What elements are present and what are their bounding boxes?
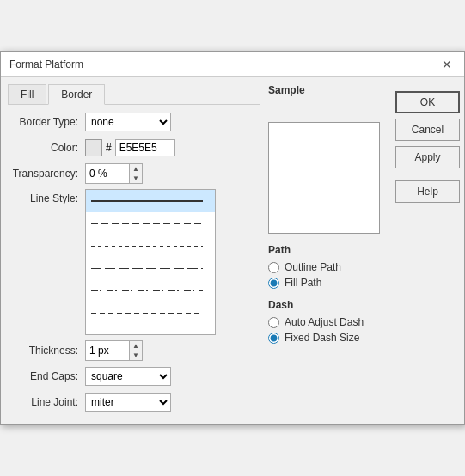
line-style-listbox[interactable] [85, 189, 216, 335]
line-joint-control: miter bevel round [85, 393, 260, 412]
line-style-control [85, 189, 260, 335]
line-style-item-dot-dash2[interactable] [86, 324, 215, 335]
tab-fill[interactable]: Fill [8, 84, 46, 105]
path-title: Path [268, 244, 380, 256]
auto-adjust-dash-label: Auto Adjust Dash [285, 316, 364, 328]
fixed-dash-size-radio[interactable] [268, 333, 279, 344]
line-style-item-dot-dash[interactable] [86, 279, 215, 302]
sample-box [268, 122, 380, 234]
border-type-select[interactable]: none solid dashed dotted [85, 113, 171, 131]
line-joint-label: Line Joint: [8, 396, 85, 408]
line-dash4-preview [91, 313, 203, 314]
help-button[interactable]: Help [395, 180, 460, 203]
title-bar: Format Platform ✕ [1, 52, 464, 77]
left-panel: Fill Border Border Type: none solid dash… [8, 84, 260, 418]
line-style-item-dash4[interactable] [86, 302, 215, 324]
ok-button[interactable]: OK [395, 91, 460, 113]
thickness-row: Thickness: ▲ ▼ [8, 340, 260, 361]
dash-title: Dash [268, 299, 380, 311]
line-dash1-preview [91, 223, 203, 224]
end-caps-label: End Caps: [8, 370, 85, 382]
fixed-dash-size-label: Fixed Dash Size [285, 332, 359, 344]
line-style-item-dash1[interactable] [86, 212, 215, 235]
end-caps-row: End Caps: square round flat [8, 366, 260, 387]
path-radio-group: Outline Path Fill Path [268, 261, 380, 289]
outline-path-row[interactable]: Outline Path [268, 261, 380, 273]
transparency-input[interactable] [86, 164, 129, 183]
color-label: Color: [8, 142, 85, 154]
line-style-item-dash2[interactable] [86, 235, 215, 257]
line-dash2-preview [91, 246, 203, 247]
outline-path-radio[interactable] [268, 262, 279, 273]
line-solid-preview [91, 200, 203, 202]
fixed-dash-size-row[interactable]: Fixed Dash Size [268, 332, 380, 344]
transparency-spinner: ▲ ▼ [85, 163, 143, 184]
color-hash: # [106, 142, 112, 154]
thickness-down-button[interactable]: ▼ [130, 351, 142, 360]
transparency-spinner-buttons: ▲ ▼ [129, 164, 142, 183]
tabs: Fill Border [8, 84, 260, 105]
transparency-label: Transparency: [8, 168, 85, 180]
line-joint-select[interactable]: miter bevel round [85, 393, 171, 412]
border-type-row: Border Type: none solid dashed dotted [8, 112, 260, 132]
line-style-row: Line Style: [8, 189, 260, 335]
right-panel: OK Cancel Apply Help [389, 84, 457, 418]
line-style-label: Line Style: [8, 189, 85, 204]
fill-path-row[interactable]: Fill Path [268, 277, 380, 289]
fill-path-label: Fill Path [285, 277, 321, 289]
line-style-item-dash3[interactable] [86, 257, 215, 279]
color-hex-input[interactable] [115, 139, 175, 156]
close-button[interactable]: ✕ [438, 56, 456, 73]
thickness-spinner: ▲ ▼ [85, 340, 143, 361]
sample-title: Sample [268, 84, 380, 96]
outline-path-label: Outline Path [285, 261, 341, 273]
cancel-button[interactable]: Cancel [395, 119, 460, 141]
auto-adjust-dash-radio[interactable] [268, 317, 279, 328]
format-platform-dialog: Format Platform ✕ Fill Border Border Typ… [0, 51, 465, 425]
line-dot-dash-preview [91, 290, 203, 291]
end-caps-control: square round flat [85, 367, 260, 386]
auto-adjust-dash-row[interactable]: Auto Adjust Dash [268, 316, 380, 328]
border-type-control: none solid dashed dotted [85, 113, 260, 131]
line-style-item-solid[interactable] [86, 190, 215, 212]
line-joint-row: Line Joint: miter bevel round [8, 392, 260, 412]
transparency-control: ▲ ▼ [85, 163, 260, 184]
thickness-up-button[interactable]: ▲ [130, 341, 142, 351]
thickness-input[interactable] [86, 341, 129, 360]
dash-radio-group: Auto Adjust Dash Fixed Dash Size [268, 316, 380, 344]
transparency-up-button[interactable]: ▲ [130, 164, 142, 174]
color-control: # [85, 139, 260, 156]
dialog-title: Format Platform [9, 58, 83, 70]
line-dot-dash2-preview [91, 335, 203, 336]
color-swatch[interactable] [85, 139, 102, 156]
transparency-row: Transparency: ▲ ▼ [8, 163, 260, 184]
border-type-label: Border Type: [8, 116, 85, 128]
fill-path-radio[interactable] [268, 278, 279, 289]
apply-button[interactable]: Apply [395, 146, 460, 168]
middle-panel: Sample Path Outline Path Fill Path Dash … [260, 84, 389, 418]
line-dash3-preview [91, 268, 203, 269]
transparency-down-button[interactable]: ▼ [130, 174, 142, 183]
tab-border[interactable]: Border [48, 84, 105, 105]
color-row: Color: # [8, 137, 260, 158]
end-caps-select[interactable]: square round flat [85, 367, 171, 386]
thickness-spinner-buttons: ▲ ▼ [129, 341, 142, 360]
dialog-body: Fill Border Border Type: none solid dash… [1, 77, 464, 424]
thickness-control: ▲ ▼ [85, 340, 260, 361]
thickness-label: Thickness: [8, 345, 85, 357]
